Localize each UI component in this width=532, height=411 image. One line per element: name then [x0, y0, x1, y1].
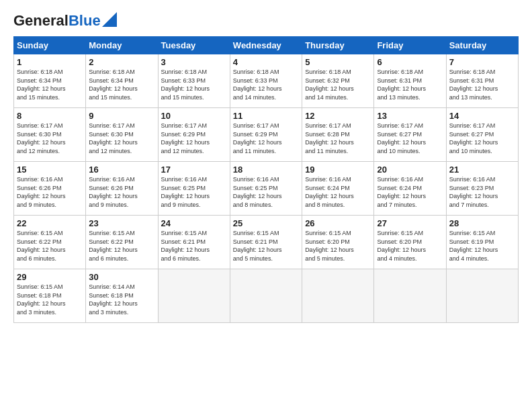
day-info: Sunrise: 6:16 AM Sunset: 6:25 PM Dayligh… — [233, 175, 299, 209]
day-info: Sunrise: 6:17 AM Sunset: 6:30 PM Dayligh… — [89, 122, 154, 155]
day-info: Sunrise: 6:14 AM Sunset: 6:18 PM Dayligh… — [89, 283, 154, 316]
calendar-cell: 30 Sunrise: 6:14 AM Sunset: 6:18 PM Dayl… — [86, 269, 158, 323]
day-number: 7 — [449, 57, 515, 67]
weekday-header: Tuesday — [158, 37, 230, 54]
calendar-week-row: 8 Sunrise: 6:17 AM Sunset: 6:30 PM Dayli… — [14, 108, 519, 162]
day-number: 21 — [449, 165, 515, 175]
day-info: Sunrise: 6:16 AM Sunset: 6:26 PM Dayligh… — [17, 175, 83, 209]
day-info: Sunrise: 6:15 AM Sunset: 6:21 PM Dayligh… — [161, 229, 227, 263]
day-info: Sunrise: 6:16 AM Sunset: 6:23 PM Dayligh… — [449, 175, 515, 209]
day-info: Sunrise: 6:17 AM Sunset: 6:29 PM Dayligh… — [233, 122, 299, 155]
calendar-cell: 10 Sunrise: 6:17 AM Sunset: 6:29 PM Dayl… — [158, 108, 230, 162]
day-number: 6 — [377, 57, 443, 67]
calendar-cell: 1 Sunrise: 6:18 AM Sunset: 6:34 PM Dayli… — [14, 54, 86, 108]
day-number: 13 — [377, 111, 443, 121]
day-info: Sunrise: 6:17 AM Sunset: 6:30 PM Dayligh… — [17, 122, 83, 155]
day-number: 14 — [449, 111, 515, 121]
day-number: 23 — [89, 218, 154, 228]
day-info: Sunrise: 6:15 AM Sunset: 6:18 PM Dayligh… — [17, 283, 83, 316]
day-info: Sunrise: 6:18 AM Sunset: 6:31 PM Dayligh… — [377, 68, 443, 101]
day-number: 9 — [89, 111, 154, 121]
day-number: 4 — [233, 57, 299, 67]
day-number: 18 — [233, 165, 299, 175]
calendar-cell: 2 Sunrise: 6:18 AM Sunset: 6:34 PM Dayli… — [86, 54, 158, 108]
day-number: 11 — [233, 111, 299, 121]
calendar-cell: 27 Sunrise: 6:15 AM Sunset: 6:20 PM Dayl… — [374, 216, 446, 269]
day-info: Sunrise: 6:17 AM Sunset: 6:29 PM Dayligh… — [161, 122, 227, 155]
calendar-cell: 20 Sunrise: 6:16 AM Sunset: 6:24 PM Dayl… — [374, 162, 446, 216]
day-info: Sunrise: 6:18 AM Sunset: 6:34 PM Dayligh… — [17, 68, 83, 101]
day-number: 3 — [161, 57, 227, 67]
day-info: Sunrise: 6:15 AM Sunset: 6:21 PM Dayligh… — [233, 229, 299, 263]
svg-marker-0 — [102, 12, 117, 27]
calendar-cell: 25 Sunrise: 6:15 AM Sunset: 6:21 PM Dayl… — [230, 216, 302, 269]
day-number: 1 — [17, 57, 83, 67]
calendar-cell: 3 Sunrise: 6:18 AM Sunset: 6:33 PM Dayli… — [158, 54, 230, 108]
day-info: Sunrise: 6:15 AM Sunset: 6:22 PM Dayligh… — [89, 229, 154, 263]
calendar-cell: 11 Sunrise: 6:17 AM Sunset: 6:29 PM Dayl… — [230, 108, 302, 162]
calendar-cell: 19 Sunrise: 6:16 AM Sunset: 6:24 PM Dayl… — [302, 162, 374, 216]
calendar-week-row: 29 Sunrise: 6:15 AM Sunset: 6:18 PM Dayl… — [14, 269, 519, 323]
calendar-cell — [374, 269, 446, 323]
calendar-cell: 9 Sunrise: 6:17 AM Sunset: 6:30 PM Dayli… — [86, 108, 158, 162]
day-number: 30 — [89, 272, 154, 282]
calendar-week-row: 22 Sunrise: 6:15 AM Sunset: 6:22 PM Dayl… — [14, 216, 519, 269]
calendar-cell: 16 Sunrise: 6:16 AM Sunset: 6:26 PM Dayl… — [86, 162, 158, 216]
calendar-cell: 4 Sunrise: 6:18 AM Sunset: 6:33 PM Dayli… — [230, 54, 302, 108]
weekday-header-row: SundayMondayTuesdayWednesdayThursdayFrid… — [14, 37, 519, 54]
day-info: Sunrise: 6:16 AM Sunset: 6:25 PM Dayligh… — [161, 175, 227, 209]
calendar-page: GeneralBlue SundayMondayTuesdayWednesday… — [0, 0, 532, 411]
day-info: Sunrise: 6:18 AM Sunset: 6:31 PM Dayligh… — [449, 68, 515, 101]
calendar-cell: 15 Sunrise: 6:16 AM Sunset: 6:26 PM Dayl… — [14, 162, 86, 216]
day-number: 29 — [17, 272, 83, 282]
calendar-cell: 5 Sunrise: 6:18 AM Sunset: 6:32 PM Dayli… — [302, 54, 374, 108]
day-info: Sunrise: 6:16 AM Sunset: 6:24 PM Dayligh… — [305, 175, 371, 209]
calendar-cell: 6 Sunrise: 6:18 AM Sunset: 6:31 PM Dayli… — [374, 54, 446, 108]
day-number: 2 — [89, 57, 154, 67]
day-info: Sunrise: 6:17 AM Sunset: 6:27 PM Dayligh… — [449, 122, 515, 155]
day-info: Sunrise: 6:18 AM Sunset: 6:32 PM Dayligh… — [305, 68, 371, 101]
calendar-cell — [302, 269, 374, 323]
day-number: 15 — [17, 165, 83, 175]
logo-icon — [102, 12, 117, 27]
day-number: 25 — [233, 218, 299, 228]
calendar-cell: 21 Sunrise: 6:16 AM Sunset: 6:23 PM Dayl… — [446, 162, 518, 216]
calendar-cell: 24 Sunrise: 6:15 AM Sunset: 6:21 PM Dayl… — [158, 216, 230, 269]
day-info: Sunrise: 6:18 AM Sunset: 6:33 PM Dayligh… — [161, 68, 227, 101]
calendar-week-row: 15 Sunrise: 6:16 AM Sunset: 6:26 PM Dayl… — [14, 162, 519, 216]
day-number: 8 — [17, 111, 83, 121]
calendar-cell: 22 Sunrise: 6:15 AM Sunset: 6:22 PM Dayl… — [14, 216, 86, 269]
calendar-cell — [446, 269, 518, 323]
logo: GeneralBlue — [13, 13, 117, 28]
day-info: Sunrise: 6:16 AM Sunset: 6:26 PM Dayligh… — [89, 175, 154, 209]
calendar-cell — [158, 269, 230, 323]
day-number: 22 — [17, 218, 83, 228]
calendar-cell: 14 Sunrise: 6:17 AM Sunset: 6:27 PM Dayl… — [446, 108, 518, 162]
day-info: Sunrise: 6:17 AM Sunset: 6:27 PM Dayligh… — [377, 122, 443, 155]
weekday-header: Sunday — [14, 37, 86, 54]
day-info: Sunrise: 6:15 AM Sunset: 6:20 PM Dayligh… — [305, 229, 371, 263]
day-number: 16 — [89, 165, 154, 175]
day-info: Sunrise: 6:16 AM Sunset: 6:24 PM Dayligh… — [377, 175, 443, 209]
day-info: Sunrise: 6:15 AM Sunset: 6:19 PM Dayligh… — [449, 229, 515, 263]
day-info: Sunrise: 6:18 AM Sunset: 6:34 PM Dayligh… — [89, 68, 154, 101]
calendar-cell: 13 Sunrise: 6:17 AM Sunset: 6:27 PM Dayl… — [374, 108, 446, 162]
day-number: 12 — [305, 111, 371, 121]
day-number: 20 — [377, 165, 443, 175]
day-number: 24 — [161, 218, 227, 228]
calendar-cell: 29 Sunrise: 6:15 AM Sunset: 6:18 PM Dayl… — [14, 269, 86, 323]
calendar-cell: 18 Sunrise: 6:16 AM Sunset: 6:25 PM Dayl… — [230, 162, 302, 216]
day-info: Sunrise: 6:15 AM Sunset: 6:20 PM Dayligh… — [377, 229, 443, 263]
day-number: 27 — [377, 218, 443, 228]
day-info: Sunrise: 6:17 AM Sunset: 6:28 PM Dayligh… — [305, 122, 371, 155]
day-number: 10 — [161, 111, 227, 121]
day-number: 26 — [305, 218, 371, 228]
weekday-header: Saturday — [446, 37, 518, 54]
day-number: 28 — [449, 218, 515, 228]
day-info: Sunrise: 6:15 AM Sunset: 6:22 PM Dayligh… — [17, 229, 83, 263]
calendar-cell: 28 Sunrise: 6:15 AM Sunset: 6:19 PM Dayl… — [446, 216, 518, 269]
weekday-header: Monday — [86, 37, 158, 54]
calendar-cell — [230, 269, 302, 323]
logo-text: GeneralBlue — [13, 13, 101, 28]
calendar-week-row: 1 Sunrise: 6:18 AM Sunset: 6:34 PM Dayli… — [14, 54, 519, 108]
